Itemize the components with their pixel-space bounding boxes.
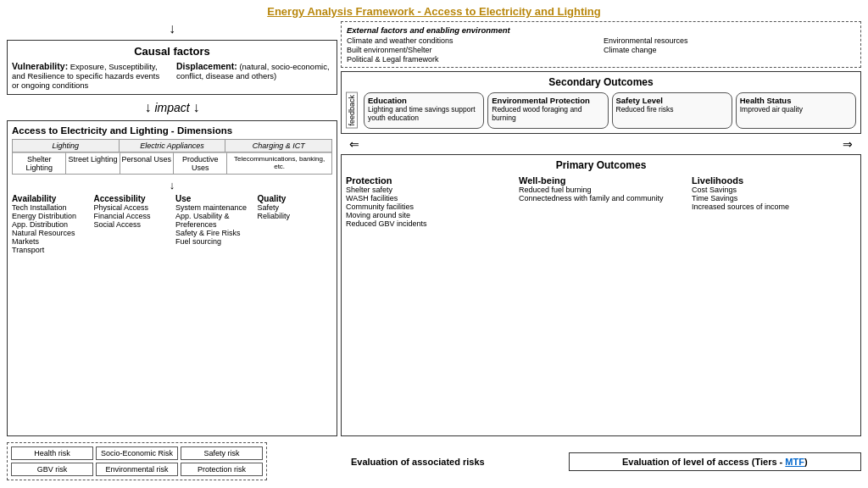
secondary-outcomes: feedback Education Lighting and time sav… — [346, 92, 856, 129]
primary-livelihoods: Livelihoods Cost Savings Time Savings In… — [692, 175, 856, 228]
livelihoods-title: Livelihoods — [692, 175, 856, 186]
outcome-education: Education Lighting and time savings supp… — [364, 92, 484, 129]
grid-arrow: ↓ — [12, 179, 332, 191]
secondary-title: Secondary Outcomes — [346, 76, 856, 88]
health-text: Improved air quality — [740, 105, 852, 114]
vulnerability-title: Vulnerability: — [12, 61, 68, 71]
edu-title: Education — [368, 96, 480, 105]
avail-item-5: Transport — [12, 246, 87, 254]
feedback-label: feedback — [346, 92, 358, 129]
eval-label-start: Evaluation of level of access (Tiers - — [622, 457, 785, 467]
displacement-item: Displacement: (natural, socio-economic, … — [176, 61, 332, 90]
avail-item-2: App. Distribution — [12, 220, 87, 229]
env-title: Environmental Protection — [492, 96, 604, 105]
risk-socio: Socio-Economic Risk — [96, 446, 178, 460]
impact-arrow2: ↓ — [193, 100, 200, 115]
ext-item-1: Environmental resources — [604, 36, 855, 45]
dimensions-title: Access to Electricity and Lighting - Dim… — [12, 125, 332, 136]
external-box: External factors and enabling environmen… — [341, 21, 861, 68]
live-item-1: Time Savings — [692, 194, 856, 202]
page-title: Energy Analysis Framework - Access to El… — [7, 5, 861, 18]
avail-item-1: Energy Distribution — [12, 212, 87, 220]
eval-level-box: Evaluation of level of access (Tiers - M… — [569, 452, 861, 471]
ext-item-0: Climate and weather conditions — [347, 36, 598, 45]
causal-box: Causal factors Vulnerability: Exposure, … — [7, 40, 337, 95]
outcome-safety: Safety Level Reduced fire risks — [612, 92, 732, 129]
live-item-0: Cost Savings — [692, 186, 856, 194]
eval-label-end: ) — [804, 457, 808, 467]
protection-title: Protection — [346, 175, 510, 186]
external-title: External factors and enabling environmen… — [347, 25, 855, 35]
quality-items: Safety Reliability — [258, 203, 333, 220]
risk-boxes: Health risk Socio-Economic Risk Safety r… — [7, 442, 267, 480]
eval-risks-box: Evaluation of associated risks — [272, 453, 563, 470]
impact-arrow: ↓ — [144, 100, 151, 115]
cell-personal: Personal Uses — [120, 152, 174, 174]
dim-attributes: Availability Tech Installation Energy Di… — [12, 194, 332, 254]
health-title: Health Status — [740, 96, 852, 105]
cell-street: Street Lighting — [66, 152, 120, 174]
access-item-2: Social Access — [94, 220, 170, 229]
displacement-title: Displacement: — [176, 61, 237, 71]
top-arrow: ↓ — [7, 21, 337, 36]
prot-item-2: Community facilities — [346, 202, 510, 211]
quality-title: Quality — [258, 194, 333, 203]
impact-text: impact — [154, 101, 189, 114]
impact-label: ↓ impact ↓ — [7, 100, 337, 115]
dimensions-box: Access to Electricity and Lighting - Dim… — [7, 120, 337, 436]
risk-environmental: Environmental risk — [96, 463, 178, 476]
primary-title: Primary Outcomes — [346, 159, 856, 171]
right-arrow-right: ⇒ — [843, 137, 853, 151]
well-item-0: Reduced fuel burning — [519, 186, 683, 194]
bottom-row: Health risk Socio-Economic Risk Safety r… — [7, 440, 861, 483]
prot-item-1: WASH facilities — [346, 194, 510, 202]
use-item-2: Safety & Fire Risks — [175, 229, 251, 237]
wellbeing-title: Well-being — [519, 175, 683, 186]
live-item-2: Increased sources of income — [692, 202, 856, 211]
avail-item-0: Tech Installation — [12, 203, 87, 212]
prot-item-0: Shelter safety — [346, 186, 510, 194]
ext-item-4: Political & Legal framework — [347, 55, 855, 64]
use-items: System maintenance App. Usability & Pref… — [175, 203, 251, 246]
availability-items: Tech Installation Energy Distribution Ap… — [12, 203, 87, 254]
availability-title: Availability — [12, 194, 87, 203]
header-lighting: Lighting — [13, 140, 120, 152]
edu-text: Lighting and time savings support youth … — [368, 105, 480, 122]
outcome-env-protection: Environmental Protection Reduced wood fo… — [487, 92, 608, 129]
right-panel: External factors and enabling environmen… — [341, 21, 861, 436]
dim-header-row: Lighting Electric Appliances Charging & … — [13, 140, 331, 152]
attr-use: Use System maintenance App. Usability & … — [175, 194, 251, 254]
content-row: ↓ Causal factors Vulnerability: Exposure… — [7, 21, 861, 436]
ext-item-3: Climate change — [604, 46, 855, 54]
primary-outcomes: Protection Shelter safety WASH facilitie… — [346, 175, 856, 228]
risk-safety: Safety risk — [181, 446, 263, 460]
left-arrow-right: ⇐ — [349, 137, 359, 151]
cell-productive: Productive Uses — [174, 152, 227, 174]
main-container: Energy Analysis Framework - Access to El… — [0, 0, 868, 488]
use-item-0: System maintenance — [175, 203, 251, 212]
dim-sub-row: Shelter Lighting Street Lighting Persona… — [13, 152, 331, 174]
safety-title: Safety Level — [616, 96, 728, 105]
header-electric: Electric Appliances — [120, 140, 226, 152]
prot-item-3: Moving around site — [346, 211, 510, 219]
risk-protection: Protection risk — [181, 463, 263, 476]
external-items: Climate and weather conditions Environme… — [347, 36, 855, 64]
use-item-1: App. Usability & Preferences — [175, 212, 251, 229]
attr-availability: Availability Tech Installation Energy Di… — [12, 194, 87, 254]
quality-item-0: Safety — [258, 203, 333, 212]
use-title: Use — [175, 194, 251, 203]
outcome-health: Health Status Improved air quality — [736, 92, 856, 129]
eval-risks-label: Evaluation of associated risks — [351, 457, 485, 467]
well-item-1: Connectedness with family and community — [519, 194, 683, 202]
vulnerability-item: Vulnerability: Exposure, Susceptibility,… — [12, 61, 168, 90]
risk-gbv: GBV risk — [11, 463, 93, 476]
primary-box: Primary Outcomes Protection Shelter safe… — [341, 154, 861, 436]
mtf-link[interactable]: MTF — [785, 457, 804, 467]
quality-item-1: Reliability — [258, 212, 333, 220]
cell-telecom: Telecommunications, banking, etc. — [227, 152, 331, 174]
header-charging: Charging & ICT — [225, 140, 331, 152]
avail-item-4: Markets — [12, 237, 87, 246]
attr-quality: Quality Safety Reliability — [258, 194, 333, 254]
causal-row: Vulnerability: Exposure, Susceptibility,… — [12, 61, 332, 90]
env-text: Reduced wood foraging and burning — [492, 105, 604, 122]
